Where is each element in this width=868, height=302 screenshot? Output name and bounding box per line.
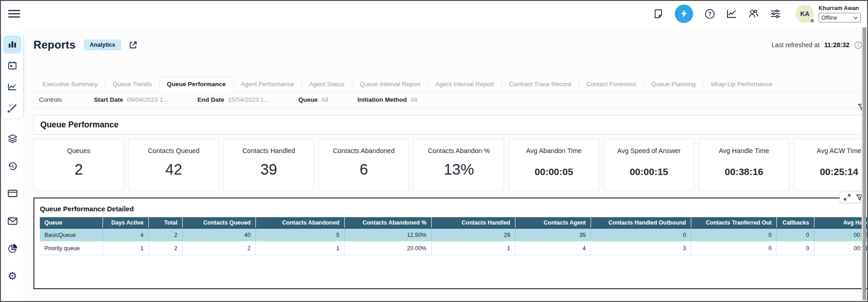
col-contacts-tranferred-out[interactable]: Contacts Tranferred Out <box>691 217 776 228</box>
tab-queue-planning[interactable]: Queue Planning <box>644 77 703 91</box>
metrics-icon[interactable] <box>726 8 737 19</box>
control-value: All <box>321 96 328 103</box>
control-queue[interactable]: Queue All <box>298 96 328 103</box>
note-icon[interactable] <box>653 8 664 19</box>
control-value: All <box>411 96 418 103</box>
detailed-table: Queue Days Active Total Contacts Queued … <box>40 217 868 255</box>
metric-label: Avg ACW Time <box>817 147 861 154</box>
user-cluster: KA Khurram Awan Offline <box>796 5 861 23</box>
metric-label: Avg Abandon Time <box>526 147 581 154</box>
tab-queue-trends[interactable]: Queue Trends <box>105 77 159 91</box>
metric-card-contacts-queued: Contacts Queued 42 <box>129 139 219 191</box>
status-value: Offline <box>821 15 837 21</box>
cell: 2 <box>182 242 255 255</box>
tab-queue-performance[interactable]: Queue Performance <box>159 77 233 92</box>
tab-executive-summary[interactable]: Executive Summary <box>35 77 105 91</box>
vertical-scrollbar[interactable] <box>862 27 866 300</box>
metric-card-avg-speed-of-answer: Avg Speed of Answer 00:00:15 <box>604 139 694 191</box>
tab-contact-forensics[interactable]: Contact Forensics <box>579 77 644 91</box>
tab-agent-status[interactable]: Agent Status <box>301 77 352 91</box>
metric-value: 00:00:05 <box>535 166 573 177</box>
cell: 0 <box>691 228 776 242</box>
brush-icon <box>7 103 17 113</box>
control-start-date[interactable]: Start Date 09/04/2023 1... <box>94 96 168 103</box>
tab-wrap-up-performance[interactable]: Wrap-Up Performance <box>703 77 780 91</box>
menu-icon[interactable] <box>8 9 20 18</box>
sidebar-item-layers[interactable] <box>3 129 22 148</box>
metric-card-queues: Queues 2 <box>33 139 124 191</box>
metric-label: Avg Handle Time <box>719 147 769 154</box>
queue-performance-section: Queue Performance <box>33 115 868 135</box>
cell: 2 <box>148 242 182 255</box>
col-total[interactable]: Total <box>148 217 182 228</box>
tab-agent-interval-report[interactable]: Agent Interval Report <box>428 77 501 91</box>
metric-value: 00:25:14 <box>820 166 858 177</box>
sidebar-item-reports[interactable] <box>3 35 22 54</box>
col-avg-handle[interactable]: Avg Handl. <box>814 217 868 228</box>
queue-performance-detailed-panel: ⋮ Queue Performance Detailed Queue Days … <box>33 198 868 289</box>
expand-icon[interactable] <box>844 194 851 201</box>
detailed-title: Queue Performance Detailed <box>34 198 868 217</box>
avatar[interactable]: KA <box>796 5 814 23</box>
sidebar-item-window[interactable] <box>3 184 22 203</box>
sidebar-item-mail[interactable] <box>3 212 22 230</box>
col-days-active[interactable]: Days Active <box>103 217 148 228</box>
cell: 0 <box>591 228 691 242</box>
users-icon[interactable] <box>748 8 759 19</box>
refresh-cluster: Last refreshed at 11:28:32 <box>771 40 868 50</box>
scrollbar-thumb[interactable] <box>863 27 866 300</box>
col-queue[interactable]: Queue <box>40 217 103 228</box>
col-contacts-handled-outbound[interactable]: Contacts Handled Outbound <box>591 217 691 228</box>
status-dot <box>809 18 815 23</box>
col-callbacks[interactable]: Callbacks <box>776 217 814 228</box>
metric-label: Contacts Queued <box>148 147 200 154</box>
control-end-date[interactable]: End Date 15/04/2023 1... <box>197 96 269 103</box>
control-initiation-method[interactable]: Initiation Method All <box>358 96 418 103</box>
sidebar-secondary-group: ⚙ <box>3 129 22 285</box>
cell: 00:42:2 <box>814 228 868 242</box>
bolt-icon[interactable] <box>675 5 693 23</box>
cell: 0 <box>776 228 814 242</box>
page-title: Reports <box>33 38 76 51</box>
sidebar-item-design[interactable] <box>3 99 22 117</box>
topbar-actions: ? KA Khurram Awan Offline <box>653 5 861 23</box>
table-row-priority-queue[interactable]: Priority queue 1 2 2 1 20.00% 1 4 3 0 0 … <box>40 242 868 255</box>
sidebar-item-history[interactable] <box>3 157 22 175</box>
section-title: Queue Performance <box>40 120 119 130</box>
chevron-down-icon <box>853 16 858 19</box>
metric-label: Contacts Abandoned <box>333 147 395 154</box>
metric-card-avg-handle-time: Avg Handle Time 00:38:16 <box>699 139 789 191</box>
sidebar-item-calendar[interactable] <box>3 56 22 75</box>
cell: 2 <box>148 228 182 242</box>
bar-chart-icon <box>7 39 17 49</box>
tab-contract-trace-record[interactable]: Contract Trace Record <box>501 77 579 91</box>
sidebar-item-metrics[interactable] <box>3 77 22 96</box>
tab-queue-interval-report[interactable]: Queue Interval Report <box>352 77 428 91</box>
cell: 29 <box>431 228 515 242</box>
cell: Priority queue <box>40 242 103 255</box>
status-select[interactable]: Offline <box>819 13 861 22</box>
sidebar-item-settings[interactable]: ⚙ <box>3 267 22 285</box>
table-row-basicqueue[interactable]: BasicQueue 4 2 40 5 12.50% 29 35 0 0 0 0… <box>40 228 868 242</box>
col-contacts-agent[interactable]: Contacts Agent <box>515 217 591 228</box>
main-content: Reports Analytics Last refreshed at 11:2… <box>24 27 868 301</box>
col-contacts-queued[interactable]: Contacts Queued <box>182 217 255 228</box>
external-link-icon[interactable] <box>129 41 137 49</box>
info-icon[interactable] <box>854 41 862 49</box>
cell: 4 <box>103 228 148 242</box>
sliders-icon[interactable] <box>770 8 781 19</box>
cell: 0 <box>776 242 814 255</box>
cell: 3 <box>591 242 691 255</box>
cell: 12.50% <box>344 228 431 242</box>
cell: 5 <box>255 228 344 242</box>
col-contacts-handled[interactable]: Contacts Handled <box>431 217 515 228</box>
metric-card-contacts-abandoned: Contacts Abandoned 6 <box>319 139 409 191</box>
col-contacts-abandoned[interactable]: Contacts Abandoned <box>255 217 344 228</box>
control-value: 15/04/2023 1... <box>228 96 269 103</box>
help-icon[interactable]: ? <box>704 8 715 19</box>
report-tabs: Executive Summary Queue Trends Queue Per… <box>33 77 868 92</box>
app-window: { "topbar": { "user_name": "Khurram Awan… <box>0 0 868 302</box>
tab-agent-performance[interactable]: Agent Performance <box>233 77 301 91</box>
sidebar-item-pie-chart[interactable] <box>3 239 22 258</box>
col-contacts-abandoned-pct[interactable]: Contacts Abandoned % <box>344 217 431 228</box>
